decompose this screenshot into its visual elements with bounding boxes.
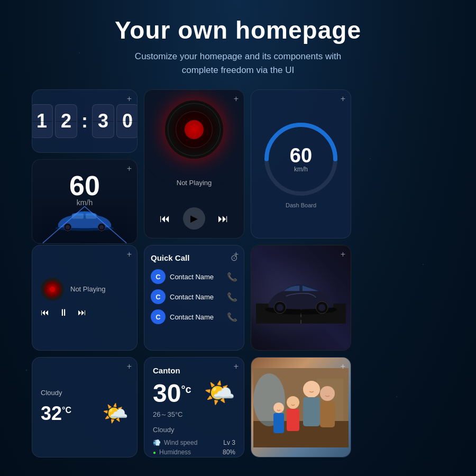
call-button-2[interactable]: 📞 (227, 292, 237, 302)
music-next-button[interactable]: ⏭ (218, 213, 228, 225)
contact-name-1: Contact Name (170, 273, 214, 281)
weather-small-widget: + Cloudy 32°C 🌤️ (32, 357, 138, 457)
weather-small-temp: 32°C (41, 402, 71, 425)
speed-value: 60 (69, 170, 100, 202)
speed-unit: km/h (77, 198, 93, 207)
speedometer-widget: + 60 km/h Dash Board (251, 89, 351, 239)
clock-hour-2: 2 (55, 104, 77, 138)
music-small-status: Not Playing (70, 285, 105, 293)
play-icon: ▶ (190, 213, 198, 224)
weather-small-temp-value: 32 (41, 402, 62, 424)
music-large-add-button[interactable]: + (234, 94, 239, 104)
music-small-add-button[interactable]: + (127, 250, 132, 259)
speed-lines-svg (32, 206, 137, 243)
humidity-value: 80% (223, 448, 235, 456)
music-small-next[interactable]: ⏭ (78, 308, 86, 317)
contact-name-2: Contact Name (170, 293, 214, 301)
weather-large-condition: Cloudy (153, 426, 235, 434)
clock-hours: 1 2 (32, 104, 77, 138)
vinyl-record (165, 100, 223, 159)
wind-label: 💨 Wind speed (153, 439, 197, 446)
svg-point-28 (273, 402, 284, 413)
quick-call-header: Quick Call ⊙ (151, 253, 237, 263)
quick-call-widget: + Quick Call ⊙ C Contact Name 📞 C Contac… (144, 245, 244, 351)
speed-car-widget: + 60 km/h (32, 159, 138, 244)
speedo-value: 60 (290, 145, 312, 166)
weather-small-icon: 🌤️ (102, 401, 129, 426)
family-svg (253, 368, 349, 447)
speedo-unit: km/h (290, 166, 312, 173)
contact-left-1: C Contact Name (151, 269, 214, 284)
svg-point-15 (277, 304, 283, 310)
contact-avatar-2: C (151, 289, 166, 304)
svg-point-26 (287, 396, 299, 409)
vinyl-small-dot (50, 287, 55, 292)
svg-point-24 (320, 386, 335, 401)
speedo-label: Dash Board (286, 202, 316, 208)
page-title: Your own homepage (115, 16, 361, 44)
contact-row-3: C Contact Name 📞 (151, 309, 237, 324)
svg-rect-27 (287, 409, 299, 431)
contact-left-3: C Contact Name (151, 309, 214, 324)
speedo-dial: 60 km/h (261, 120, 341, 199)
svg-rect-29 (273, 413, 284, 433)
wind-value: Lv 3 (223, 439, 235, 446)
svg-point-22 (303, 381, 320, 398)
weather-range: 26～35°C (153, 410, 183, 419)
clock-add-button[interactable]: + (127, 94, 132, 104)
music-play-button[interactable]: ▶ (183, 207, 205, 230)
call-button-1[interactable]: 📞 (227, 272, 237, 282)
contact-name-3: Contact Name (170, 313, 214, 321)
page-subtitle: Customize your homepage and its componen… (135, 50, 341, 77)
wind-icon: 💨 (153, 439, 161, 446)
weather-small-condition: Cloudy (41, 389, 129, 397)
humidity-icon: ● (153, 450, 156, 455)
music-prev-button[interactable]: ⏮ (160, 213, 170, 225)
weather-large-icon: 🌤️ (204, 378, 235, 408)
clock-minutes: 3 0 (92, 104, 138, 138)
weather-small-row: 32°C 🌤️ (41, 401, 129, 426)
contact-avatar-1: C (151, 269, 166, 284)
weather-large-add-button[interactable]: + (234, 362, 239, 371)
weather-details: 💨 Wind speed Lv 3 ● Humidness 80% (153, 439, 235, 456)
speed-car-add-button[interactable]: + (127, 164, 132, 173)
music-small-pause[interactable]: ⏸ (59, 307, 68, 318)
weather-large-unit: °c (181, 383, 191, 395)
music-controls: ⏮ ▶ ⏭ (160, 207, 228, 230)
clock-hour-1: 1 (32, 104, 53, 138)
music-small-prev[interactable]: ⏮ (41, 308, 49, 317)
clock-min-1: 3 (92, 104, 114, 138)
music-status: Not Playing (177, 179, 212, 187)
svg-rect-23 (303, 397, 320, 426)
family-photo-widget: + (251, 357, 351, 457)
svg-point-17 (318, 304, 325, 310)
music-small-widget: + Not Playing ⏮ ⏸ ⏭ (32, 245, 138, 351)
car-photo-add-button[interactable]: + (341, 250, 345, 259)
clock-min-2: 0 (116, 104, 138, 138)
speedo-add-button[interactable]: + (341, 94, 345, 104)
svg-line-2 (43, 206, 85, 243)
widgets-grid: + 1 2 : 3 0 + Not Playing ⏮ ▶ (0, 89, 476, 457)
humidity-row: ● Humidness 80% (153, 448, 235, 456)
vinyl-center (185, 120, 204, 139)
quick-call-title: Quick Call (151, 253, 189, 262)
music-large-widget: + Not Playing ⏮ ▶ ⏭ (144, 89, 244, 239)
family-photo-display (251, 358, 351, 457)
clock-colon: : (80, 110, 89, 132)
car-photo-svg (256, 273, 346, 324)
weather-large-widget: + Canton 30°c 🌤️ 26～35°C Cloudy 💨 Wind s… (144, 357, 244, 457)
family-photo-add-button[interactable]: + (341, 362, 345, 371)
car-photo-widget: + (251, 245, 351, 351)
wind-row: 💨 Wind speed Lv 3 (153, 439, 235, 446)
contact-avatar-3: C (151, 309, 166, 324)
humidity-label: ● Humidness (153, 448, 191, 456)
weather-small-add-button[interactable]: + (127, 362, 132, 371)
humidity-label-text: Humidness (159, 448, 191, 456)
speedo-center: 60 km/h (290, 145, 312, 173)
call-button-3[interactable]: 📞 (227, 312, 237, 322)
clock-widget: + 1 2 : 3 0 (32, 89, 138, 153)
car-photo-display (251, 245, 351, 351)
quick-call-add-button[interactable]: + (234, 250, 239, 259)
vinyl-small (41, 278, 64, 301)
weather-large-temp-value: 30 (153, 379, 181, 407)
